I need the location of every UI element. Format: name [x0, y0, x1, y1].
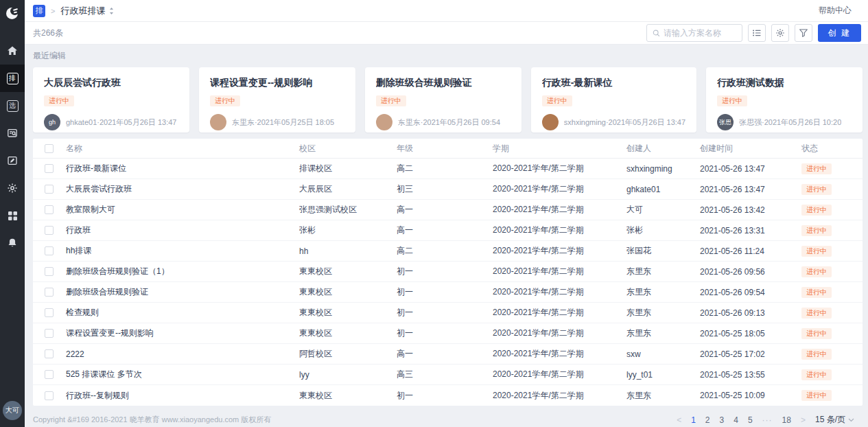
plan-name-cell[interactable]: 课程设置变更--规则影响: [66, 327, 299, 339]
search-box[interactable]: [646, 24, 742, 42]
table-row[interactable]: 525 排课课位 多节次lyy高三2020-2021学年/第二学期lyy_t01…: [33, 365, 863, 385]
status-badge: 进行中: [801, 349, 832, 360]
card-title[interactable]: 课程设置变更--规则影响: [210, 77, 344, 89]
row-checkbox[interactable]: [45, 205, 54, 214]
apps-grid-icon: [8, 211, 18, 221]
creator-cell: 东里东: [626, 266, 700, 277]
plan-name-cell[interactable]: 行政班: [66, 224, 299, 236]
help-center-link[interactable]: 帮助中心: [819, 5, 852, 16]
recent-plan-card[interactable]: 删除班级合班规则验证 进行中 东里东·2021年05月26日 09:54: [365, 67, 521, 132]
page-number[interactable]: 2: [705, 415, 710, 425]
recent-plan-card[interactable]: 课程设置变更--规则影响 进行中 东里东·2021年05月25日 18:05: [199, 67, 355, 132]
status-badge: 进行中: [376, 95, 406, 106]
page-number[interactable]: 5: [748, 415, 753, 425]
table-row[interactable]: 检查规则東東校区初一2020-2021学年/第二学期东里东2021-05-26 …: [33, 303, 863, 323]
sidebar-item-roster-search[interactable]: [0, 119, 25, 147]
created-time-cell: 2021-05-26 13:42: [700, 205, 801, 215]
table-row[interactable]: 行政班张彬高一2020-2021学年/第二学期张彬2021-05-26 13:3…: [33, 220, 863, 241]
table-row[interactable]: hh排课hh高二2020-2021学年/第二学期张国花2021-05-26 11…: [33, 241, 863, 262]
plan-name-cell[interactable]: 大辰辰尝试行政班: [66, 183, 299, 195]
plan-name-cell[interactable]: 教室限制大可: [66, 204, 299, 216]
sidebar-item-settings[interactable]: [0, 174, 25, 202]
row-checkbox[interactable]: [45, 164, 54, 173]
creator-avatar: [210, 114, 226, 130]
grade-cell: 初一: [397, 286, 493, 298]
plan-name-cell[interactable]: 行政班--复制规则: [66, 390, 299, 402]
list-view-icon: [752, 28, 762, 38]
status-badge: 进行中: [801, 225, 832, 236]
sidebar-item-selection[interactable]: 选: [0, 92, 25, 119]
row-checkbox[interactable]: [45, 226, 54, 235]
sidebar-item-notifications[interactable]: [0, 229, 25, 257]
filter-button[interactable]: [795, 24, 812, 42]
table-header: 名称 校区 年级 学期 创建人 创建时间 状态: [33, 139, 863, 159]
row-checkbox[interactable]: [45, 329, 54, 338]
row-checkbox[interactable]: [45, 391, 54, 400]
page-number[interactable]: 1: [691, 415, 696, 425]
switch-plan-icon[interactable]: [108, 7, 115, 15]
create-button[interactable]: 创 建: [818, 24, 861, 42]
column-settings-button[interactable]: [771, 24, 789, 42]
campus-cell: 東東校区: [299, 390, 397, 402]
card-title[interactable]: 删除班级合班规则验证: [376, 77, 511, 89]
row-checkbox[interactable]: [45, 185, 54, 194]
sidebar-item-apps[interactable]: [0, 202, 25, 229]
creator-cell: 张国花: [626, 245, 700, 257]
plan-name-cell[interactable]: 2222: [66, 349, 299, 359]
table-row[interactable]: 删除班级合班规则验证東東校区初一2020-2021学年/第二学期东里东2021-…: [33, 282, 863, 303]
app-logo[interactable]: [0, 0, 25, 26]
semester-cell: 2020-2021学年/第二学期: [493, 204, 626, 216]
row-checkbox[interactable]: [45, 308, 54, 317]
table-row[interactable]: 课程设置变更--规则影响東東校区初一2020-2021学年/第二学期东里东202…: [33, 323, 863, 344]
creator-cell: lyy_t01: [626, 370, 700, 380]
table-row[interactable]: 大辰辰尝试行政班大辰辰区初三2020-2021学年/第二学期ghkate0120…: [33, 179, 863, 200]
created-time-cell: 2021-05-25 18:05: [700, 329, 801, 338]
campus-cell: 大辰辰区: [299, 183, 397, 195]
sidebar-item-edit-form[interactable]: [0, 147, 25, 174]
page-number[interactable]: 4: [734, 415, 738, 425]
created-time-cell: 2021-05-25 17:02: [700, 349, 801, 359]
plan-name-cell[interactable]: 行政班-最新课位: [66, 163, 299, 174]
semester-cell: 2020-2021学年/第二学期: [493, 183, 626, 195]
semester-cell: 2020-2021学年/第二学期: [493, 224, 626, 236]
plan-name-cell[interactable]: 525 排课课位 多节次: [66, 369, 299, 380]
semester-cell: 2020-2021学年/第二学期: [493, 369, 626, 380]
select-all-checkbox[interactable]: [45, 144, 54, 153]
row-checkbox[interactable]: [45, 370, 54, 379]
table-row[interactable]: 行政班-最新课位排课校区高二2020-2021学年/第二学期sxhxingmin…: [33, 159, 863, 179]
row-checkbox[interactable]: [45, 288, 54, 297]
row-checkbox[interactable]: [45, 246, 54, 255]
table-row[interactable]: 删除班级合班规则验证（1）東東校区初一2020-2021学年/第二学期东里东20…: [33, 262, 863, 282]
page-size-select[interactable]: 15 条/页: [815, 414, 854, 426]
page-number[interactable]: 3: [720, 415, 725, 425]
plan-name-cell[interactable]: hh排课: [66, 245, 299, 257]
created-time-cell: 2021-05-26 09:13: [700, 308, 801, 318]
search-input[interactable]: [664, 28, 736, 38]
list-view-button[interactable]: [748, 24, 766, 42]
table-row[interactable]: 2222阿哲校区高一2020-2021学年/第二学期sxw2021-05-25 …: [33, 344, 863, 365]
creator-cell: 张彬: [626, 224, 700, 236]
recent-plan-card[interactable]: 行政班-最新课位 进行中 sxhxingming·2021年05月26日 13:…: [531, 67, 696, 132]
prev-page-button[interactable]: <: [677, 415, 681, 425]
user-avatar[interactable]: 大可: [3, 401, 22, 420]
plan-name-cell[interactable]: 删除班级合班规则验证: [66, 286, 299, 298]
sidebar: 排 选 大可: [0, 0, 25, 427]
row-checkbox[interactable]: [45, 349, 54, 358]
page-number[interactable]: 18: [782, 415, 791, 425]
plan-name-cell[interactable]: 检查规则: [66, 307, 299, 319]
card-title[interactable]: 行政班-最新课位: [542, 77, 685, 89]
row-checkbox[interactable]: [45, 267, 54, 276]
recent-plan-card[interactable]: 行政班测试数据 进行中 张思 张思强·2021年05月26日 10:20: [706, 67, 863, 132]
card-title[interactable]: 行政班测试数据: [717, 77, 852, 89]
breadcrumb-app-badge[interactable]: 排: [33, 5, 45, 17]
sidebar-item-scheduling[interactable]: 排: [0, 65, 25, 92]
table-row[interactable]: 教室限制大可张思强测试校区高一2020-2021学年/第二学期大可2021-05…: [33, 200, 863, 220]
semester-cell: 2020-2021学年/第二学期: [493, 327, 626, 339]
recent-plan-card[interactable]: 大辰辰尝试行政班 进行中 gh ghkate01·2021年05月26日 13:…: [33, 67, 189, 132]
plans-table: 名称 校区 年级 学期 创建人 创建时间 状态 行政班-最新课位排课校区高二20…: [33, 139, 863, 406]
sidebar-item-home[interactable]: [0, 37, 25, 65]
card-title[interactable]: 大辰辰尝试行政班: [44, 77, 178, 89]
next-page-button[interactable]: >: [801, 415, 806, 425]
plan-name-cell[interactable]: 删除班级合班规则验证（1）: [66, 266, 299, 277]
table-row[interactable]: 行政班--复制规则東東校区初一2020-2021学年/第二学期东里东2021-0…: [33, 385, 863, 406]
